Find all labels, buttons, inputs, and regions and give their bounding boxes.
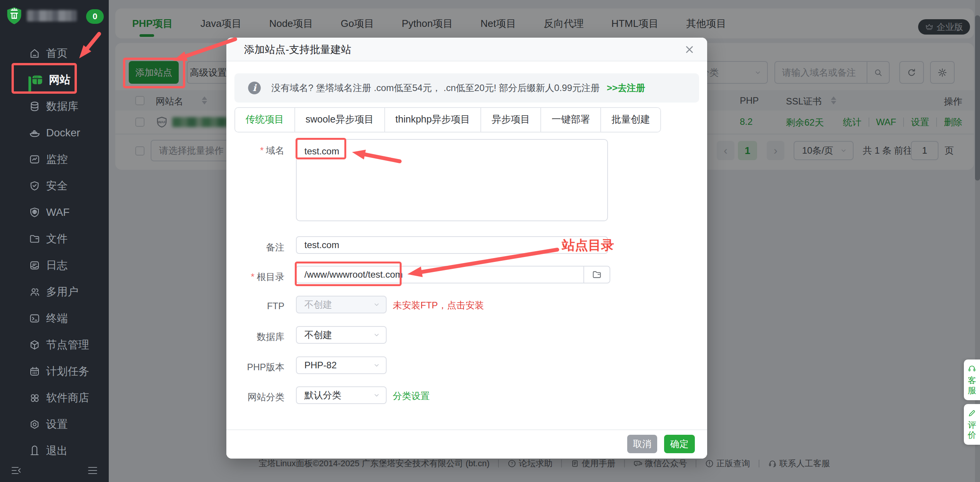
folder-icon bbox=[591, 269, 602, 280]
sidebar-item-label: 监控 bbox=[46, 152, 68, 167]
sidebar-item-label: 计划任务 bbox=[46, 364, 89, 379]
sidebar-item-waf[interactable]: WAF bbox=[0, 199, 109, 225]
database-select[interactable]: 不创建 bbox=[296, 326, 387, 344]
sidebar-item-home[interactable]: 首页 bbox=[0, 40, 109, 66]
php-version-select[interactable]: PHP-82 bbox=[296, 356, 387, 374]
sidebar-item-appstore[interactable]: 软件商店 bbox=[0, 384, 109, 411]
sidebar-item-label: 设置 bbox=[46, 417, 68, 432]
tab-async[interactable]: 异步项目 bbox=[481, 108, 541, 132]
close-icon bbox=[684, 44, 695, 55]
sidebar-item-label: 首页 bbox=[46, 46, 68, 61]
feedback-label: 评价 bbox=[967, 420, 977, 440]
active-item-indicator bbox=[28, 76, 31, 93]
domain-promo-notice: 没有域名? 堡塔域名注册 .com低至54元， .cn低至20元! 部分后缀新人… bbox=[234, 73, 699, 103]
site-category-select[interactable]: 默认分类 bbox=[296, 386, 387, 404]
browse-folder-button[interactable] bbox=[583, 267, 610, 283]
remark-input[interactable] bbox=[296, 236, 608, 254]
label-text: FTP bbox=[267, 301, 284, 311]
shield-logo-icon bbox=[5, 6, 23, 25]
sidebar-item-cron[interactable]: 计划任务 bbox=[0, 358, 109, 384]
add-site-modal: 添加站点-支持批量建站 没有域名? 堡塔域名注册 .com低至54元， .cn低… bbox=[226, 38, 707, 459]
required-mark: * bbox=[251, 272, 254, 282]
logs-icon bbox=[28, 259, 41, 272]
sidebar-item-logout[interactable]: 退出 bbox=[0, 437, 109, 464]
sidebar-item-files[interactable]: 文件 bbox=[0, 225, 109, 252]
database-icon bbox=[28, 100, 41, 113]
sidebar-item-node-manage[interactable]: 节点管理 bbox=[0, 331, 109, 358]
feedback-widget[interactable]: 评价 bbox=[964, 404, 980, 445]
tab-thinkphp[interactable]: thinkphp异步项目 bbox=[385, 108, 482, 132]
confirm-button[interactable]: 确定 bbox=[664, 435, 695, 453]
chevron-down-icon bbox=[372, 330, 381, 340]
notice-text: 没有域名? 堡塔域名注册 .com低至54元， .cn低至20元! 部分后缀新人… bbox=[271, 82, 600, 94]
notification-badge[interactable]: 0 bbox=[86, 9, 104, 24]
tab-swoole[interactable]: swoole异步项目 bbox=[295, 108, 385, 132]
waf-icon bbox=[28, 206, 41, 219]
home-icon bbox=[28, 47, 41, 60]
node-manage-icon bbox=[28, 339, 41, 351]
label-text: 备注 bbox=[266, 242, 284, 252]
logo[interactable]: 0 bbox=[5, 6, 77, 25]
register-domain-link[interactable]: >>去注册 bbox=[607, 82, 645, 94]
sidebar-item-database[interactable]: 数据库 bbox=[0, 93, 109, 119]
terminal-icon bbox=[28, 312, 41, 325]
server-name-blurred bbox=[27, 10, 77, 22]
ftp-value: 不创建 bbox=[297, 298, 332, 311]
sidebar-item-logs[interactable]: 日志 bbox=[0, 252, 109, 278]
customer-service-widget[interactable]: 客服 bbox=[964, 359, 980, 400]
sidebar-item-terminal[interactable]: 终端 bbox=[0, 305, 109, 331]
website-icon bbox=[31, 74, 43, 86]
info-icon bbox=[246, 80, 263, 96]
docker-icon bbox=[28, 127, 41, 139]
sidebar-item-monitor[interactable]: 监控 bbox=[0, 146, 109, 172]
sidebar-menu: 首页 网站 数据库 Docker bbox=[0, 40, 109, 464]
ftp-select[interactable]: 不创建 bbox=[296, 296, 387, 313]
root-dir-input[interactable] bbox=[297, 267, 583, 283]
sidebar-item-label: WAF bbox=[46, 206, 70, 219]
sidebar-item-website[interactable]: 网站 bbox=[0, 66, 109, 93]
sidebar-item-label: Docker bbox=[46, 127, 80, 139]
tab-batch-create[interactable]: 批量创建 bbox=[601, 108, 660, 132]
settings-icon bbox=[28, 418, 41, 431]
category-settings-link[interactable]: 分类设置 bbox=[393, 390, 430, 402]
php-version-value: PHP-82 bbox=[297, 360, 337, 371]
sidebar-item-label: 多用户 bbox=[46, 285, 78, 299]
security-icon bbox=[28, 180, 41, 192]
label-text: 数据库 bbox=[257, 331, 284, 342]
sidebar-item-security[interactable]: 安全 bbox=[0, 172, 109, 199]
remark-label: 备注 bbox=[234, 241, 284, 253]
sidebar-item-label: 文件 bbox=[46, 232, 68, 246]
tab-one-click-deploy[interactable]: 一键部署 bbox=[541, 108, 601, 132]
label-text: PHP版本 bbox=[247, 362, 284, 372]
sidebar-item-label: 终端 bbox=[46, 311, 68, 326]
php-version-label: PHP版本 bbox=[234, 361, 284, 373]
cancel-button[interactable]: 取消 bbox=[627, 435, 657, 453]
headset-icon bbox=[967, 364, 977, 373]
sidebar-item-label: 日志 bbox=[46, 258, 68, 273]
ftp-label: FTP bbox=[234, 301, 284, 311]
domain-label: *域名 bbox=[234, 144, 284, 157]
label-text: 网站分类 bbox=[247, 392, 284, 402]
modal-header: 添加站点-支持批量建站 bbox=[226, 38, 707, 61]
site-category-label: 网站分类 bbox=[234, 391, 284, 403]
tab-traditional[interactable]: 传统项目 bbox=[235, 108, 295, 132]
modal-title: 添加站点-支持批量建站 bbox=[244, 38, 351, 61]
sidebar-item-label: 节点管理 bbox=[46, 338, 89, 352]
sidebar-item-label: 网站 bbox=[49, 73, 70, 87]
modal-close-button[interactable] bbox=[682, 42, 697, 57]
label-text: 域名 bbox=[266, 145, 284, 156]
chevron-down-icon bbox=[372, 391, 381, 400]
sidebar-item-docker[interactable]: Docker bbox=[0, 119, 109, 146]
monitor-icon bbox=[28, 153, 41, 166]
chevron-down-icon bbox=[372, 361, 381, 370]
sidebar-item-label: 软件商店 bbox=[46, 391, 89, 405]
ftp-install-warning[interactable]: 未安装FTP，点击安装 bbox=[393, 299, 484, 311]
collapse-sidebar-icon[interactable] bbox=[10, 464, 22, 477]
sidebar-item-settings[interactable]: 设置 bbox=[0, 411, 109, 437]
multiuser-icon bbox=[28, 286, 41, 298]
database-value: 不创建 bbox=[297, 329, 332, 341]
domain-textarea[interactable]: test.com bbox=[296, 139, 608, 221]
menu-list-icon[interactable] bbox=[86, 464, 99, 477]
sidebar-item-multiuser[interactable]: 多用户 bbox=[0, 278, 109, 305]
project-type-tabs: 传统项目 swoole异步项目 thinkphp异步项目 异步项目 一键部署 批… bbox=[234, 107, 661, 133]
